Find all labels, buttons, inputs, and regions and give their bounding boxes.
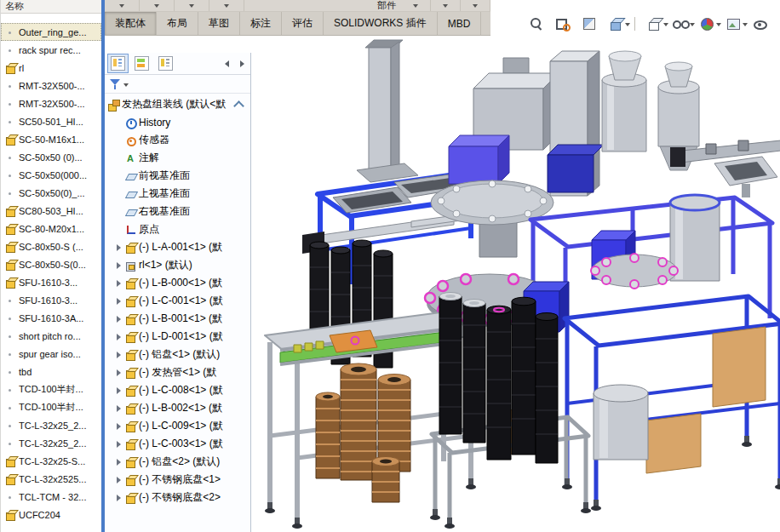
dropdown-caret-icon[interactable]: [662, 15, 669, 32]
ribbon-flyout-button[interactable]: [175, 0, 209, 11]
collapse-tree-icon[interactable]: [233, 100, 244, 112]
tree-item[interactable]: (-) L-C-009<1> (默: [105, 417, 250, 435]
expand-arrow-icon[interactable]: [115, 279, 123, 288]
expand-arrow-icon[interactable]: [115, 422, 123, 431]
ribbon-tab[interactable]: 布局: [157, 12, 198, 35]
file-list-item[interactable]: SFU-1610-3A...: [1, 309, 101, 327]
zoom-area-icon[interactable]: [554, 15, 571, 32]
dropdown-caret-icon[interactable]: [689, 15, 696, 32]
file-list-item[interactable]: SFU-1610-3...: [1, 291, 101, 309]
file-list-item[interactable]: TCD-100半封...: [1, 380, 101, 398]
view-settings-icon[interactable]: [751, 15, 768, 32]
file-list-item[interactable]: Outer_ring_ge...: [1, 23, 101, 41]
panel-tab[interactable]: [155, 54, 176, 73]
tree-item[interactable]: 右视基准面: [105, 203, 250, 220]
expand-arrow-icon[interactable]: [115, 369, 123, 377]
panel-scroll-left-icon[interactable]: [221, 56, 233, 72]
tree-item[interactable]: (-) 铝盘<2> (默认): [105, 453, 250, 471]
file-list-item[interactable]: rack spur rec...: [1, 41, 101, 59]
expand-arrow-icon[interactable]: [115, 333, 123, 341]
expand-arrow-icon[interactable]: [115, 476, 123, 484]
tree-item[interactable]: 上视基准面: [105, 185, 250, 203]
file-list-item[interactable]: UCFC204: [1, 506, 101, 523]
tree-item[interactable]: (-) L-D-001<1> (默: [105, 328, 250, 346]
view-orientation-icon[interactable]: [607, 15, 624, 32]
dropdown-caret-icon[interactable]: [742, 15, 748, 32]
file-list-item[interactable]: SC-50x50 (0)...: [1, 148, 101, 166]
ribbon-flyout-button[interactable]: [209, 0, 244, 11]
tree-item[interactable]: (-) L-C-001<1> (默: [105, 292, 250, 310]
tree-item[interactable]: (-) 不锈钢底盘<1>: [105, 471, 250, 489]
ribbon-flyout-button[interactable]: [140, 0, 175, 11]
ribbon-flyout-button[interactable]: [105, 0, 140, 11]
file-list-item[interactable]: short pitch ro...: [1, 327, 101, 345]
tree-item[interactable]: 前视基准面: [105, 167, 250, 185]
ribbon-flyout-button[interactable]: [401, 0, 431, 11]
expand-arrow-icon[interactable]: [115, 440, 123, 449]
tree-item[interactable]: 注解: [105, 149, 250, 167]
divider-icon[interactable]: [634, 15, 636, 32]
apply-scene-icon[interactable]: [725, 15, 742, 32]
file-list-item[interactable]: RMT-32X500-...: [1, 77, 101, 94]
file-list-item[interactable]: TCL-TCM - 32...: [1, 488, 101, 506]
file-list-item[interactable]: SC80-503_HI...: [1, 202, 101, 220]
tree-item[interactable]: (-) 铝盘<1> (默认): [105, 346, 250, 363]
expand-arrow-icon[interactable]: [115, 243, 123, 252]
tree-item[interactable]: (-) 不锈钢底盘<2>: [105, 489, 250, 506]
filter-funnel-icon[interactable]: [107, 77, 123, 92]
file-list-item[interactable]: SC-80-M20x1...: [1, 220, 101, 237]
section-view-icon[interactable]: [581, 15, 598, 32]
dropdown-caret-icon[interactable]: [624, 15, 631, 32]
ribbon-tab[interactable]: 装配体: [105, 12, 157, 35]
tree-item[interactable]: (-) L-C-008<1> (默: [105, 381, 250, 399]
file-list-item[interactable]: TCD-100半封...: [1, 398, 101, 416]
expand-arrow-icon[interactable]: [115, 297, 123, 306]
file-list-item[interactable]: SFU-1610-3...: [1, 273, 101, 291]
hide-show-items-icon[interactable]: [672, 15, 689, 32]
file-list-item[interactable]: rl: [1, 59, 101, 77]
ribbon-flyout-button[interactable]: [431, 0, 461, 11]
file-list-item[interactable]: tbd: [1, 363, 101, 380]
file-list-item[interactable]: TC-L-32x25_2...: [1, 434, 101, 452]
tree-item[interactable]: 原点: [105, 220, 250, 238]
panel-tab[interactable]: [131, 54, 152, 73]
ribbon-overflow-label[interactable]: 部件: [372, 0, 401, 11]
tree-item[interactable]: (-) 发热管<1> (默: [105, 363, 250, 381]
panel-scroll-right-icon[interactable]: [236, 56, 248, 72]
ribbon-tab[interactable]: 标注: [240, 12, 282, 35]
file-list-item[interactable]: SC-80x50-S(0...: [1, 255, 101, 273]
file-list-item[interactable]: spur gear iso...: [1, 345, 101, 363]
expand-arrow-icon[interactable]: [115, 458, 123, 466]
file-list-item[interactable]: SC-50x50(000...: [1, 166, 101, 184]
file-list-item[interactable]: SC50-501_HI...: [1, 112, 101, 130]
expand-arrow-icon[interactable]: [115, 315, 123, 323]
file-list-header[interactable]: 名称: [1, 0, 101, 14]
expand-arrow-icon[interactable]: [115, 261, 123, 270]
ribbon-tab[interactable]: 评估: [282, 12, 324, 35]
tree-item[interactable]: 发热盘组装线 (默认<默: [105, 95, 250, 113]
tree-item[interactable]: rl<1> (默认): [105, 256, 250, 274]
file-list-item[interactable]: TC-L-32x25-S...: [1, 452, 101, 470]
file-list-item[interactable]: TC-L-32x25_2...: [1, 416, 101, 434]
expand-arrow-icon[interactable]: [115, 404, 123, 413]
tree-item[interactable]: History: [105, 113, 250, 131]
file-list-item[interactable]: SC-50x50(0)_...: [1, 184, 101, 202]
ribbon-tab[interactable]: 草图: [198, 12, 240, 35]
file-list-item[interactable]: SC-50-M16x1...: [1, 130, 101, 148]
expand-arrow-icon[interactable]: [115, 494, 123, 502]
tree-item[interactable]: 传感器: [105, 131, 250, 149]
edit-appearance-icon[interactable]: [698, 15, 715, 32]
ribbon-flyout-button[interactable]: [461, 0, 490, 11]
tree-item[interactable]: (-) L-C-003<1> (默: [105, 435, 250, 453]
tree-item[interactable]: (-) L-B-001<1> (默: [105, 310, 250, 328]
filter-dropdown-icon[interactable]: [123, 77, 130, 92]
file-list-item[interactable]: TC-L-32x2525...: [1, 470, 101, 488]
expand-arrow-icon[interactable]: [115, 386, 123, 395]
panel-tab[interactable]: [107, 54, 129, 73]
tree-item[interactable]: (-) L-B-000<1> (默: [105, 274, 250, 292]
file-list-item[interactable]: RMT-32X500-...: [1, 94, 101, 112]
zoom-fit-icon[interactable]: [528, 15, 545, 32]
tree-item[interactable]: (-) L-B-002<1> (默: [105, 399, 250, 417]
file-list-item[interactable]: SC-80x50-S (...: [1, 237, 101, 255]
dropdown-caret-icon[interactable]: [715, 15, 722, 32]
